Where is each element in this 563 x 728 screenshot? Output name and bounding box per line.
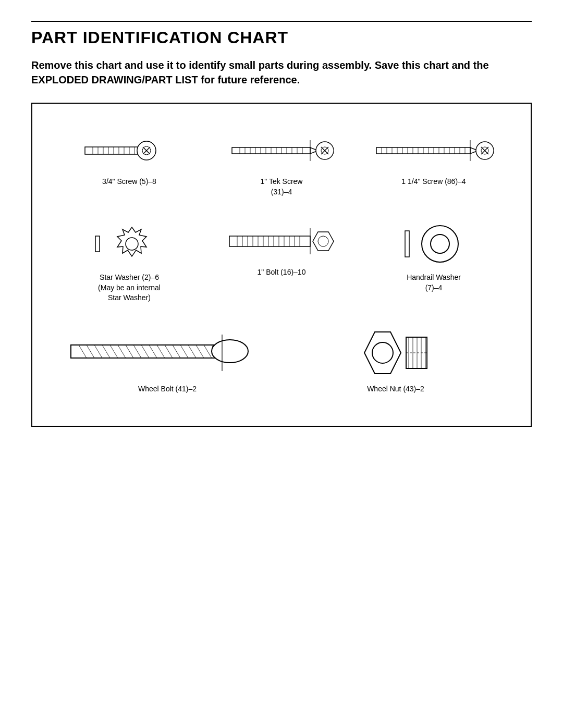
wheel-bolt-label: Wheel Bolt (41)–2 [138,384,197,394]
handrail-washer-label: Handrail Washer(7)–4 [407,273,461,293]
star-washer-label: Star Washer (2)–6(May be an internalStar… [98,273,161,303]
star-washer-drawing [93,220,166,267]
tek-screw-label: 1" Tek Screw(31)–4 [261,177,303,197]
part-three-quarter-screw: 3/4" Screw (5)–8 [53,119,205,210]
handrail-washer-drawing [402,220,465,267]
svg-point-84 [431,235,449,253]
part-wheel-nut: Wheel Nut (43)–2 [282,322,510,405]
parts-row-1: 3/4" Screw (5)–8 [53,119,510,210]
tek-screw-drawing [229,130,334,171]
long-screw-label: 1 1/4" Screw (86)–4 [401,177,466,187]
svg-rect-82 [405,231,409,257]
wheel-nut-label: Wheel Nut (43)–2 [367,384,424,394]
wheel-nut-drawing [344,327,448,379]
long-screw-drawing [374,130,494,171]
part-tek-screw: 1" Tek Screw(31)–4 [205,119,358,210]
page-title: PART IDENTIFICATION CHART [31,21,532,47]
part-handrail-washer: Handrail Washer(7)–4 [358,210,510,316]
svg-rect-108 [406,337,427,368]
screw-label-small: 3/4" Screw (5)–8 [102,177,156,187]
bolt-label: 1" Bolt (16)–10 [258,267,306,278]
subtitle: Remove this chart and use it to identify… [31,58,532,87]
part-one-quarter-screw: 1 1/4" Screw (86)–4 [358,119,510,210]
part-star-washer: Star Washer (2)–6(May be an internalStar… [53,210,205,316]
screw-drawing-small [82,130,176,171]
part-one-bolt: 1" Bolt (16)–10 [205,210,358,316]
part-wheel-bolt: Wheel Bolt (41)–2 [53,322,282,405]
parts-row-2: Star Washer (2)–6(May be an internalStar… [53,210,510,316]
svg-point-104 [212,340,248,363]
svg-point-64 [126,238,138,250]
svg-rect-65 [229,236,310,246]
svg-marker-80 [313,232,334,251]
svg-rect-85 [71,345,222,358]
parts-row-3: Wheel Bolt (41)–2 [53,322,510,405]
svg-point-107 [372,342,393,363]
wheel-bolt-drawing [68,327,266,379]
parts-chart: 3/4" Screw (5)–8 [31,103,532,427]
bolt-drawing [227,220,336,262]
svg-rect-62 [95,236,100,252]
